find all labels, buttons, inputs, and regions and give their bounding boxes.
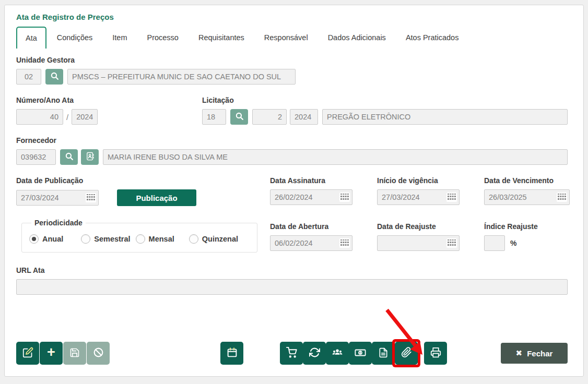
licitacao-numero-input[interactable] <box>202 109 226 125</box>
refresh-button[interactable] <box>303 342 326 365</box>
values-button[interactable] <box>349 342 372 365</box>
tab-dados-adicionais[interactable]: Dados Adicionais <box>322 27 392 49</box>
search-icon <box>50 71 59 82</box>
indice-reajuste-input[interactable] <box>484 235 505 251</box>
data-publicacao-group: Data de Publicação 27/03/2024 Publicação <box>16 176 270 206</box>
radio-mensal-label: Mensal <box>149 235 174 243</box>
file-text-icon <box>378 347 389 359</box>
shopping-cart-icon <box>286 347 297 359</box>
radio-anual-label: Anual <box>42 235 63 243</box>
ata-registro-window: Ata de Registro de Preços Ata Condições … <box>4 5 584 377</box>
indice-reajuste-group: Índice Reajuste % <box>484 219 568 251</box>
inicio-vigencia-label: Início de vigência <box>377 176 484 185</box>
data-abertura-input[interactable]: 06/02/2024 <box>270 235 352 251</box>
percent-suffix: % <box>510 239 516 247</box>
tab-processo[interactable]: Processo <box>140 27 184 49</box>
licitacao-modalidade-input[interactable] <box>322 109 568 125</box>
url-ata-group: URL Ata <box>16 266 568 295</box>
tab-atos-praticados[interactable]: Atos Praticados <box>399 27 465 49</box>
ano-ata-input[interactable] <box>72 109 98 125</box>
radio-anual-dot[interactable] <box>29 234 39 244</box>
tab-item[interactable]: Item <box>106 27 133 49</box>
fornecedor-group: Fornecedor <box>16 136 568 165</box>
fornecedor-contact-button[interactable] <box>81 149 99 165</box>
data-publicacao-input[interactable]: 27/03/2024 <box>16 190 99 206</box>
paperclip-icon <box>401 347 412 359</box>
fechar-button[interactable]: ✖ Fechar <box>501 343 568 364</box>
search-icon <box>65 152 74 162</box>
data-vencimento-input[interactable]: 26/03/2025 <box>484 189 570 205</box>
numero-ata-input[interactable] <box>16 109 63 125</box>
document-button[interactable] <box>372 342 395 365</box>
close-icon: ✖ <box>516 349 523 358</box>
fornecedor-label: Fornecedor <box>16 136 568 145</box>
inicio-vigencia-input[interactable]: 27/03/2024 <box>377 189 460 205</box>
cart-button[interactable] <box>280 342 303 365</box>
licitacao-label: Licitação <box>202 96 568 104</box>
fornecedor-code-input[interactable] <box>16 149 56 165</box>
data-reajuste-group: Data de Reajuste <box>377 219 484 251</box>
tab-condicoes[interactable]: Condições <box>51 27 99 49</box>
url-ata-input[interactable] <box>16 279 568 295</box>
add-button[interactable]: + <box>40 342 63 365</box>
plus-icon: + <box>47 345 55 359</box>
calendar-grid-icon[interactable] <box>339 238 350 248</box>
indice-reajuste-label: Índice Reajuste <box>484 222 568 231</box>
data-reajuste-input[interactable] <box>377 235 460 251</box>
unidade-gestora-search-button[interactable] <box>45 69 63 85</box>
attachment-button[interactable] <box>395 342 418 365</box>
calendar-icon <box>227 347 238 359</box>
radio-semestral-label: Semestral <box>94 235 130 243</box>
edit-icon <box>22 347 33 359</box>
licitacao-group: Licitação <box>202 96 568 125</box>
licitacao-ano-input[interactable] <box>290 109 318 125</box>
data-abertura-group: Data de Abertura 06/02/2024 <box>270 219 377 251</box>
radio-anual[interactable]: Anual <box>29 234 63 244</box>
address-book-icon <box>86 152 95 162</box>
fechar-label: Fechar <box>527 349 552 358</box>
radio-semestral-dot[interactable] <box>81 234 90 244</box>
tab-responsavel[interactable]: Responsável <box>258 27 314 49</box>
refresh-icon <box>309 347 320 359</box>
schedule-button[interactable] <box>220 342 243 365</box>
fornecedor-search-button[interactable] <box>60 149 78 165</box>
edit-button[interactable] <box>16 342 39 365</box>
data-vencimento-value: 26/03/2025 <box>489 193 527 201</box>
periodicidade-fieldset: Periodicidade Anual Semestral Mensal <box>21 219 257 253</box>
data-assinatura-group: Data Assinatura 26/02/2024 <box>270 176 377 205</box>
tab-ata[interactable]: Ata <box>16 27 46 49</box>
tab-requisitantes[interactable]: Requisitantes <box>192 27 251 49</box>
printer-icon <box>430 347 441 359</box>
search-icon <box>235 112 244 122</box>
data-assinatura-label: Data Assinatura <box>270 176 377 185</box>
fornecedor-name-input[interactable] <box>103 149 568 165</box>
inicio-vigencia-value: 27/03/2024 <box>382 193 420 201</box>
radio-mensal[interactable]: Mensal <box>136 234 174 244</box>
participants-button[interactable] <box>326 342 349 365</box>
radio-quinzenal[interactable]: Quinzenal <box>189 234 238 244</box>
save-button <box>63 342 86 365</box>
url-ata-label: URL Ata <box>16 266 568 274</box>
attachment-highlight-box <box>395 342 418 365</box>
tab-bar: Ata Condições Item Processo Requisitante… <box>16 27 568 49</box>
unidade-gestora-name-input[interactable] <box>67 69 296 85</box>
unidade-gestora-code-input[interactable] <box>16 69 41 85</box>
radio-semestral[interactable]: Semestral <box>81 234 130 244</box>
print-button[interactable] <box>424 342 447 365</box>
cancel-button <box>87 342 110 365</box>
radio-mensal-dot[interactable] <box>136 234 145 244</box>
calendar-grid-icon[interactable] <box>86 193 96 202</box>
licitacao-search-button[interactable] <box>230 109 248 125</box>
publicacao-button[interactable]: Publicação <box>117 189 196 206</box>
calendar-grid-icon[interactable] <box>446 238 457 248</box>
calendar-grid-icon[interactable] <box>446 193 457 202</box>
calendar-grid-icon[interactable] <box>339 193 350 202</box>
data-publicacao-label: Data de Publicação <box>16 176 270 185</box>
radio-quinzenal-dot[interactable] <box>189 234 198 244</box>
circle-slash-icon <box>93 347 104 359</box>
calendar-grid-icon[interactable] <box>557 193 567 202</box>
money-bill-icon <box>355 347 366 360</box>
save-icon <box>69 347 80 359</box>
licitacao-seq-input[interactable] <box>252 109 287 125</box>
data-assinatura-input[interactable]: 26/02/2024 <box>270 189 352 205</box>
